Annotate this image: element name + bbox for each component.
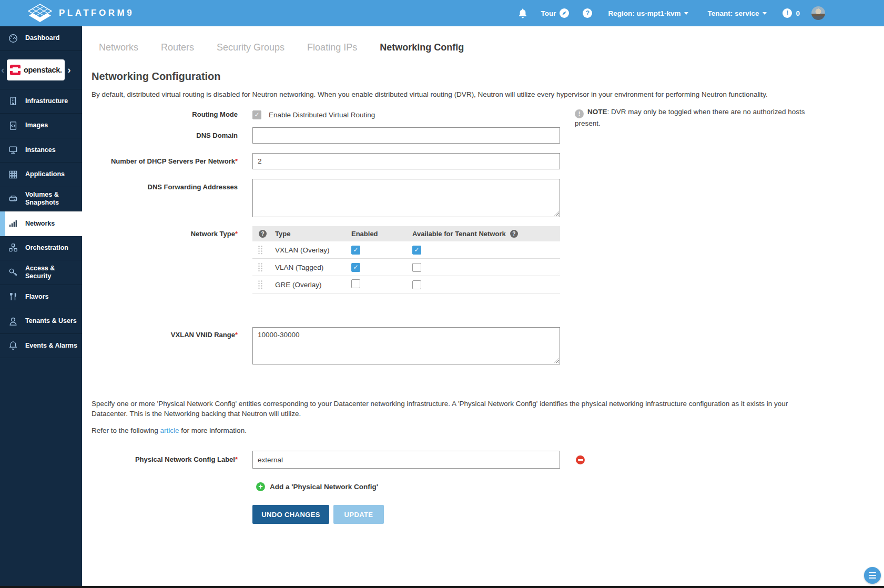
network-type-name: VXLAN (Overlay) [275,246,351,254]
intro-text: By default, distributed virtual routing … [92,89,770,99]
tenant-selector[interactable]: Tenant: service [707,9,767,17]
sidebar-item-label: Access & Security [25,265,82,280]
tab-routers[interactable]: Routers [161,42,194,55]
brand-name: PLATFORM9 [59,8,134,18]
dashboard-icon [7,33,19,44]
quick-menu-button[interactable] [864,567,881,584]
region-selector[interactable]: Region: us-mpt1-kvm [608,9,688,17]
sidebar-item-label: Instances [25,146,56,154]
sidebar-item-label: Events & Alarms [25,342,77,350]
dns-domain-input[interactable] [252,127,560,144]
tab-floating-ips[interactable]: Floating IPs [307,42,357,55]
gre-overlay-tenant-checkbox[interactable] [412,280,421,289]
network-type-row-vxlan-overlay: VXLAN (Overlay) [252,241,560,259]
vnid-range-textarea[interactable]: 10000-30000 [252,327,560,364]
refer-line: Refer to the following article for more … [92,427,884,434]
note-text: : DVR may only be toggled when there are… [575,108,805,127]
help-icon[interactable] [510,230,518,238]
gre-overlay-enabled-checkbox[interactable] [351,279,360,288]
dns-forwarding-label: DNS Forwarding Addresses [92,179,252,191]
physical-config-intro: Specify one or more 'Physical Network Co… [92,399,794,419]
vlan-tagged-tenant-checkbox[interactable] [412,263,421,272]
tab-bar: NetworksRoutersSecurity GroupsFloating I… [99,42,884,55]
network-type-row-vlan-tagged: VLAN (Tagged) [252,259,560,276]
sidebar-item-events-alarms[interactable]: Events & Alarms [0,334,82,359]
add-physical-config-label: Add a 'Physical Network Config' [270,483,378,491]
sidebar-item-label: Orchestration [25,244,68,252]
dvr-checkbox[interactable] [252,110,261,119]
drag-handle-icon[interactable] [258,262,263,272]
instances-icon [7,144,19,156]
drag-handle-icon[interactable] [258,245,263,255]
sidebar: Dashboard openstack. InfrastructureImage… [0,26,82,588]
help-icon[interactable] [259,230,267,238]
dvr-note: NOTE: DVR may only be toggled when there… [575,107,810,128]
dhcp-servers-input[interactable] [252,153,560,169]
notifications-bell-icon[interactable] [519,8,527,18]
dns-forwarding-textarea[interactable] [252,179,560,217]
drag-handle-icon[interactable] [258,280,263,290]
sidebar-item-volumes-snapshots[interactable]: Volumes & Snapshots [0,187,82,212]
sidebar-item-orchestration[interactable]: Orchestration [0,236,82,261]
vxlan-overlay-tenant-checkbox[interactable] [412,246,421,255]
update-button[interactable]: UPDATE [333,505,384,524]
access-icon [7,267,19,278]
user-avatar[interactable] [811,6,825,20]
infrastructure-icon [7,95,19,107]
network-type-header: Type Enabled Available for Tenant Networ… [252,226,560,241]
alert-count: 0 [796,9,800,17]
page-title: Networking Configuration [92,70,884,83]
applications-icon [7,169,19,180]
tab-networking-config[interactable]: Networking Config [380,42,464,55]
network-type-table: Type Enabled Available for Tenant Networ… [252,226,560,293]
app-window: PLATFORM9 Tour ? Region: us-mpt1-kvm Ten… [0,0,884,588]
sidebar-item-flavors[interactable]: Flavors [0,285,82,310]
tour-label: Tour [541,9,556,17]
tour-button[interactable]: Tour [541,8,569,18]
sidebar-item-instances[interactable]: Instances [0,138,82,163]
network-type-row-gre-overlay: GRE (Overlay) [252,276,560,293]
help-icon[interactable]: ? [583,8,592,18]
note-title: NOTE [587,108,607,116]
dns-domain-label: DNS Domain [92,131,252,140]
add-physical-config-button[interactable]: Add a 'Physical Network Config' [256,482,884,491]
chevron-right-icon[interactable] [66,65,72,75]
vxlan-overlay-enabled-checkbox[interactable] [351,246,360,255]
sidebar-item-images[interactable]: Images [0,114,82,138]
alerts-indicator[interactable]: ! 0 [783,8,800,18]
events-icon [7,340,19,351]
top-bar: PLATFORM9 Tour ? Region: us-mpt1-kvm Ten… [0,0,884,26]
compass-icon [560,8,569,18]
openstack-selector[interactable]: openstack. [7,59,65,80]
remove-config-icon[interactable] [576,455,585,464]
volumes-icon [7,193,19,205]
tab-security-groups[interactable]: Security Groups [217,42,284,55]
sidebar-item-applications[interactable]: Applications [0,163,82,187]
network-type-name: GRE (Overlay) [275,281,351,289]
dhcp-servers-label: Number of DHCP Servers Per Network* [92,157,252,166]
column-type: Type [275,230,351,238]
add-icon [256,482,265,491]
undo-changes-button[interactable]: UNDO CHANGES [252,505,329,524]
cloud-selector: openstack. [0,51,82,89]
vlan-tagged-enabled-checkbox[interactable] [351,263,360,272]
orchestration-icon [7,242,19,254]
tenant-label: Tenant: service [707,9,759,17]
sidebar-item-infrastructure[interactable]: Infrastructure [0,89,82,114]
article-link[interactable]: article [160,427,179,434]
region-label: Region: us-mpt1-kvm [608,9,680,17]
sidebar-item-label: Networks [25,220,55,228]
sidebar-item-access-security[interactable]: Access & Security [0,260,82,285]
platform9-logo[interactable]: PLATFORM9 [28,4,134,23]
sidebar-item-networks[interactable]: Networks [0,211,82,236]
sidebar-item-dashboard[interactable]: Dashboard [0,26,82,51]
platform9-logo-icon [28,4,52,23]
physical-config-input[interactable] [252,451,560,469]
openstack-label: openstack. [24,66,62,74]
network-type-label: Network Type* [92,226,252,238]
openstack-logo-icon [10,65,21,75]
chevron-left-icon[interactable] [0,65,5,75]
tab-networks[interactable]: Networks [99,42,138,55]
sidebar-item-label: Volumes & Snapshots [25,191,82,207]
sidebar-item-tenants-users[interactable]: Tenants & Users [0,309,82,334]
